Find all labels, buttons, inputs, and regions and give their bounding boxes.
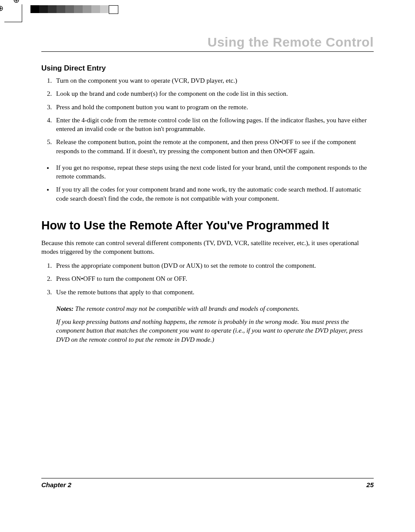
page-header: Using the Remote Control	[41, 35, 374, 52]
direct-entry-steps: Turn on the component you want to operat…	[41, 76, 374, 155]
list-item: Enter the 4-digit code from the remote c…	[54, 116, 374, 134]
list-item: Turn on the component you want to operat…	[54, 76, 374, 85]
list-item: Release the component button, point the …	[54, 138, 374, 155]
list-item: Use the remote buttons that apply to tha…	[54, 288, 374, 296]
grayscale-bar	[30, 5, 118, 13]
list-item: If you try all the codes for your compon…	[54, 185, 374, 203]
footer-page-number: 25	[366, 481, 374, 488]
chapter-title: Using the Remote Control	[208, 35, 374, 49]
direct-entry-notes: If you get no response, repeat these ste…	[41, 163, 374, 203]
footer-chapter: Chapter 2	[41, 481, 71, 488]
section2-intro: Because this remote can control several …	[41, 239, 374, 256]
list-item: If you get no response, repeat these ste…	[54, 163, 374, 181]
list-item: Press the appropriate component button (…	[54, 261, 374, 270]
how-to-use-steps: Press the appropriate component button (…	[41, 261, 374, 296]
registration-mark-left: ⊕	[13, 0, 20, 5]
list-item: Look up the brand and code number(s) for…	[54, 89, 374, 98]
note-text: If you keep pressing buttons and nothing…	[56, 317, 374, 344]
notes-block: Notes: The remote control may not be com…	[56, 304, 374, 344]
registration-mark-top: ⊕	[0, 3, 3, 13]
list-item: Press ON•OFF to turn the component ON or…	[54, 274, 374, 283]
section-heading-direct-entry: Using Direct Entry	[41, 64, 374, 73]
crop-mark-tl	[4, 4, 22, 22]
list-item: Press and hold the component button you …	[54, 103, 374, 111]
page-content: Using the Remote Control Using Direct En…	[41, 35, 374, 488]
section-heading-how-to-use: How to Use the Remote After You've Progr…	[41, 219, 374, 233]
notes-label: Notes:	[56, 305, 74, 312]
page-footer: Chapter 2 25	[41, 478, 374, 488]
note-text: The remote control may not be compatible…	[75, 305, 300, 312]
